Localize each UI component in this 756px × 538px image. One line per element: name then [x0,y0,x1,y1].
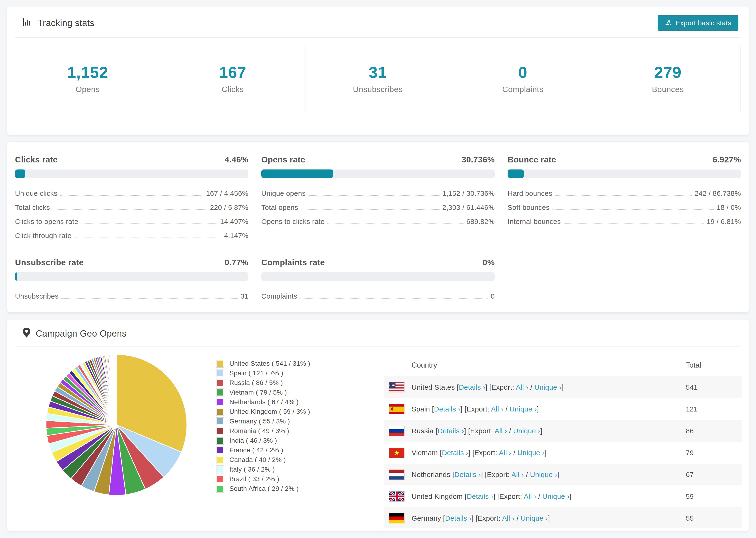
dotted-leader [553,209,714,210]
rate-rows: Unique opens 1,152 / 30.736% Total opens… [261,187,495,229]
export-all-link[interactable]: All › [491,405,503,413]
export-icon [665,19,672,27]
de-flag-icon [389,513,405,523]
export-all-link[interactable]: All › [499,449,512,457]
summary-label-complaints: Complaints [502,85,543,94]
legend-label: Canada ( 40 / 2% ) [229,456,286,463]
export-unique-link[interactable]: Unique › [542,493,569,500]
details-link[interactable]: Details › [459,383,485,391]
export-all-link[interactable]: All › [524,493,536,500]
export-all-link[interactable]: All › [516,383,528,391]
legend-item: Netherlands ( 67 / 4% ) [216,397,310,407]
legend-item: Canada ( 40 / 2% ) [216,455,310,464]
campaign-geo-opens-card: Campaign Geo Opens United States ( 541 /… [7,319,749,531]
summary-label-opens: Opens [76,85,100,94]
total-cell: 121 [680,405,742,413]
country-cell: Spain [Details ›] [Export: All › / Uniqu… [384,404,680,414]
export-basic-stats-button[interactable]: Export basic stats [658,15,738,31]
export-all-link[interactable]: All › [495,427,507,435]
rate-row-label: Complaints [261,292,297,300]
geo-table-row-us: United States [Details ›] [Export: All ›… [384,376,742,398]
legend-label: Netherlands ( 67 / 4% ) [229,398,298,406]
header-divider [15,37,740,38]
rate-progress-fill [15,272,17,281]
rate-row-value: 14.497% [220,218,248,226]
export-unique-link[interactable]: Unique › [521,514,548,522]
summary-value-complaints: 0 [518,63,527,81]
rates-card: Clicks rate 4.46% Unique clicks 167 / 4.… [7,141,749,313]
legend-label: Romania ( 49 / 3% ) [229,427,289,435]
rate-row-opens: Opens to clicks rate 689.82% [261,215,495,229]
rate-row-value: 0 [491,292,495,300]
export-unique-link[interactable]: Unique › [517,449,545,457]
rate-head-opens: Opens rate 30.736% [261,155,495,164]
details-link[interactable]: Details › [442,449,468,457]
rate-row-clicks: Click through rate 4.147% [15,229,248,243]
legend-label: South Africa ( 29 / 2% ) [229,485,298,493]
export-unique-link[interactable]: Unique › [510,405,537,413]
rate-progress-track [508,170,741,178]
geo-table-row-nl: Netherlands [Details ›] [Export: All › /… [384,463,742,485]
export-unique-link[interactable]: Unique › [513,427,540,435]
rate-title: Bounce rate [508,155,556,164]
rate-row-value: 242 / 86.738% [695,189,741,197]
details-link[interactable]: Details › [467,493,493,500]
rate-row-label: Internal bounces [508,218,561,226]
rate-row-unsubscribe: Unsubscribes 31 [15,289,248,303]
legend-swatch [216,485,224,493]
rate-value: 6.927% [713,155,741,164]
country-links: Germany [Details ›] [Export: All › / Uni… [411,514,550,522]
tracking-stats-title: Tracking stats [23,17,94,29]
summary-label-bounces: Bounces [652,85,684,94]
rate-head-bounce: Bounce rate 6.927% [508,155,741,164]
legend-item: Italy ( 36 / 2% ) [216,464,310,474]
rate-value: 30.736% [461,155,495,164]
export-all-link[interactable]: All › [502,514,514,522]
rate-progress-fill [15,170,26,178]
rate-title: Complaints rate [261,258,325,267]
details-link[interactable]: Details › [434,405,460,413]
rate-block-clicks: Clicks rate 4.46% Unique clicks 167 / 4.… [15,155,248,243]
summary-label-unsubscribes: Unsubscribes [353,85,403,94]
rate-title: Unsubscribe rate [15,258,83,267]
export-unique-link[interactable]: Unique › [534,383,562,391]
geo-header: Campaign Geo Opens [7,319,749,347]
total-cell: 541 [680,383,742,391]
dotted-leader [61,298,238,298]
export-all-link[interactable]: All › [512,471,524,478]
details-link[interactable]: Details › [438,427,464,435]
details-link[interactable]: Details › [454,471,481,478]
rate-row-value: 19 / 6.81% [707,218,741,226]
dotted-leader [53,209,207,210]
legend-swatch [216,360,224,368]
legend-item: Germany ( 55 / 3% ) [216,416,310,426]
details-link[interactable]: Details › [445,514,472,522]
rate-progress-track [261,272,495,281]
tracking-stats-card: Tracking stats Export basic stats 1,152 … [7,7,749,135]
rate-row-value: 18 / 0% [717,203,741,211]
rate-rows: Unique clicks 167 / 4.456% Total clicks … [15,187,248,243]
geo-opens-pie-chart [44,352,189,498]
legend-item: United Kingdom ( 59 / 3% ) [216,407,310,416]
legend-swatch [216,408,224,416]
total-cell: 79 [680,449,742,457]
total-column-header: Total [680,361,742,369]
legend-swatch [216,398,224,406]
rate-row-clicks: Total clicks 220 / 5.87% [15,200,248,215]
legend-item: Romania ( 49 / 3% ) [216,426,310,436]
rate-row-label: Unique opens [261,189,306,197]
rate-title: Clicks rate [15,155,58,164]
legend-label: Vietnam ( 79 / 5% ) [229,389,287,396]
country-cell: Germany [Details ›] [Export: All › / Uni… [384,513,680,523]
rate-row-opens: Total opens 2,303 / 61.446% [261,200,495,215]
country-cell: United Kingdom [Details ›] [Export: All … [384,491,680,502]
rate-row-value: 220 / 5.87% [210,203,248,211]
country-links: Spain [Details ›] [Export: All › / Uniqu… [411,405,539,413]
country-cell: Netherlands [Details ›] [Export: All › /… [384,469,680,480]
export-unique-link[interactable]: Unique › [530,471,557,478]
legend-label: Spain ( 121 / 7% ) [229,369,283,377]
legend-swatch [216,369,224,377]
rate-row-label: Unique clicks [15,189,58,197]
legend-item: Spain ( 121 / 7% ) [216,368,310,378]
rate-row-bounce: Hard bounces 242 / 86.738% [508,187,741,200]
